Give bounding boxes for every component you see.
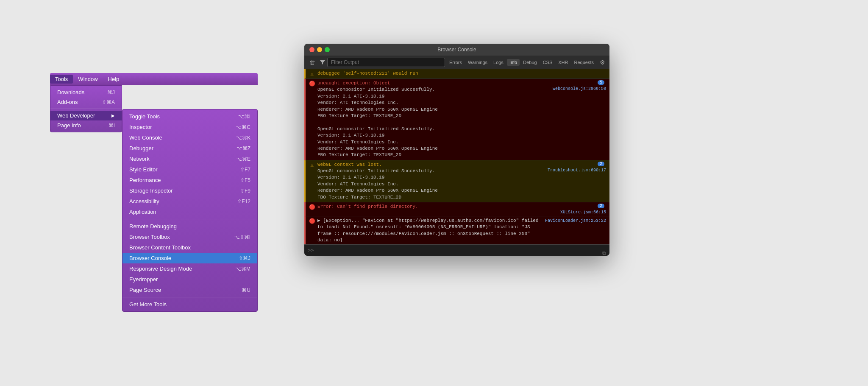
menu-bar-tools[interactable]: Tools — [50, 75, 73, 84]
submenu-remote-debugging[interactable]: Remote Debugging — [122, 221, 257, 232]
filter-buttons: Errors Warnings Logs Info Debug CSS XHR … — [447, 59, 596, 66]
menu-bar-window[interactable]: Window — [73, 75, 103, 84]
window-maximize-button[interactable] — [325, 47, 330, 52]
trash-button[interactable]: 🗑 — [307, 58, 318, 67]
console-message-2: uncaught exception: Object OpenGL compos… — [317, 80, 550, 159]
menu-downloads[interactable]: Downloads ⌘J — [50, 87, 122, 97]
filter-requests[interactable]: Requests — [572, 59, 596, 66]
submenu-sep-2 — [122, 297, 257, 297]
console-message-3: WebGL context was lost. OpenGL composito… — [317, 162, 545, 201]
submenu-get-more-tools[interactable]: Get More Tools — [122, 299, 257, 310]
filter-input[interactable] — [327, 58, 445, 67]
filter-errors[interactable]: Errors — [447, 59, 465, 66]
filter-warnings[interactable]: Warnings — [465, 59, 490, 66]
window-minimize-button[interactable] — [317, 47, 322, 52]
menu-web-developer[interactable]: Web Developer ▶ — [50, 111, 122, 120]
console-row-5: 🔴 ▶ [Exception... "Favicon at "https://w… — [304, 216, 609, 244]
submenu-responsive-design[interactable]: Responsive Design Mode ⌥⌘M — [122, 263, 257, 274]
console-output[interactable]: ⚠ debuggee 'self-hosted:221' would run 🔴… — [304, 69, 609, 244]
submenu-performance[interactable]: Performance ⇧F5 — [122, 175, 257, 185]
console-message-5: ▶ [Exception... "Favicon at "https://web… — [317, 218, 542, 244]
submenu-accessibility[interactable]: Accessibility ⇧F12 — [122, 196, 257, 207]
menu-separator-1 — [50, 109, 122, 109]
console-location-2[interactable]: webconsole.js:2069:50 — [553, 87, 606, 91]
console-row-4: 🔴 Error: Can't find profile directory. 2… — [304, 202, 609, 216]
submenu-application[interactable]: Application — [122, 207, 257, 217]
submenu-style-editor[interactable]: Style Editor ⇧F7 — [122, 164, 257, 175]
console-input-row: >> ⧉ — [304, 244, 609, 256]
console-row-1: ⚠ debuggee 'self-hosted:221' would run — [304, 69, 609, 79]
submenu-storage-inspector[interactable]: Storage Inspector ⇧F9 — [122, 185, 257, 196]
badge-3: 2 — [598, 162, 604, 166]
error-icon-4: 🔴 — [309, 204, 315, 210]
tools-dropdown: Downloads ⌘J Add-ons ⇧⌘A Web Developer ▶… — [50, 85, 122, 132]
window-title: Browser Console — [437, 47, 476, 53]
submenu-toggle-tools[interactable]: Toggle Tools ⌥⌘I — [122, 111, 257, 122]
submenu-eyedropper[interactable]: Eyedropper — [122, 274, 257, 285]
error-icon-2: 🔴 — [309, 81, 315, 87]
menu-bar: Tools Window Help — [50, 73, 258, 85]
filter-logs[interactable]: Logs — [491, 59, 506, 66]
console-row-3: ⚠ WebGL context was lost. OpenGL composi… — [304, 160, 609, 202]
filter-css[interactable]: CSS — [540, 59, 555, 66]
submenu-sep-1 — [122, 219, 257, 219]
filter-xhr[interactable]: XHR — [556, 59, 570, 66]
submenu-browser-toolbox[interactable]: Browser Toolbox ⌥⇧⌘I — [122, 232, 257, 242]
console-location-5[interactable]: FaviconLoader.jsm:253:22 — [545, 218, 606, 223]
browser-console-window: Browser Console 🗑 Errors Warnings Logs I… — [304, 44, 609, 256]
submenu-browser-console[interactable]: Browser Console ⇧⌘J — [122, 253, 257, 263]
submenu-inspector[interactable]: Inspector ⌥⌘C — [122, 122, 257, 132]
filter-icon — [320, 59, 326, 65]
window-controls — [309, 47, 330, 52]
console-message-4: Error: Can't find profile directory. — [317, 204, 558, 210]
window-titlebar: Browser Console — [304, 44, 609, 56]
copy-icon[interactable]: ⧉ — [602, 250, 606, 256]
badge-2: 5 — [598, 80, 604, 85]
gear-button[interactable]: ⚙ — [598, 58, 607, 67]
window-close-button[interactable] — [309, 47, 314, 52]
console-prompt: >> — [308, 247, 314, 253]
menu-bar-help[interactable]: Help — [103, 75, 125, 84]
submenu-network[interactable]: Network ⌥⌘E — [122, 154, 257, 164]
warning-icon-1: ⚠ — [309, 71, 315, 77]
warning-icon-3: ⚠ — [309, 162, 315, 168]
web-developer-submenu: Toggle Tools ⌥⌘I Inspector ⌥⌘C Web Conso… — [122, 109, 258, 312]
menu-addons[interactable]: Add-ons ⇧⌘A — [50, 97, 122, 107]
badge-4: 2 — [598, 204, 604, 208]
submenu-debugger[interactable]: Debugger ⌥⌘Z — [122, 143, 257, 154]
tools-menu-container: Tools Window Help Downloads ⌘J Add-ons ⇧… — [50, 73, 258, 132]
menu-page-info[interactable]: Page Info ⌘I — [50, 120, 122, 130]
filter-info[interactable]: Info — [507, 59, 520, 66]
submenu-browser-content-toolbox[interactable]: Browser Content Toolbox — [122, 242, 257, 253]
console-toolbar: 🗑 Errors Warnings Logs Info Debug CSS XH… — [304, 56, 609, 69]
console-row-2: 🔴 uncaught exception: Object OpenGL comp… — [304, 79, 609, 160]
error-icon-5: 🔴 — [309, 218, 315, 224]
console-message-1: debuggee 'self-hosted:221' would run — [317, 70, 604, 77]
filter-debug[interactable]: Debug — [520, 59, 539, 66]
console-location-3[interactable]: Troubleshoot.jsm:690:17 — [548, 168, 606, 173]
submenu-page-source[interactable]: Page Source ⌘U — [122, 285, 257, 295]
console-location-4[interactable]: XULStore.jsm:66:15 — [560, 210, 606, 215]
submenu-web-console[interactable]: Web Console ⌥⌘K — [122, 132, 257, 143]
